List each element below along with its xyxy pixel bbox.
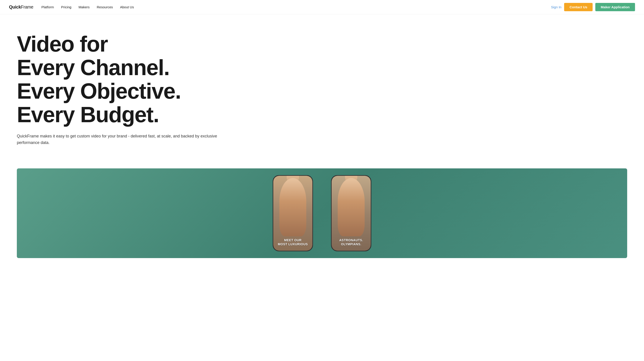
- person-body-2: [338, 178, 365, 236]
- person-silhouette-2: [332, 176, 371, 236]
- hero-line2: Every Channel.: [17, 55, 170, 80]
- nav-right: Sign In Contact Us Maker Application: [551, 3, 635, 11]
- navigation: QuickFrame Platform Pricing Makers Resou…: [0, 0, 644, 14]
- hero-line1: Video for: [17, 32, 108, 56]
- nav-resources[interactable]: Resources: [97, 5, 113, 9]
- maker-application-button[interactable]: Maker Application: [595, 3, 635, 11]
- logo[interactable]: QuickFrame: [9, 4, 33, 10]
- person-silhouette-1: [273, 176, 312, 236]
- nav-about[interactable]: About Us: [120, 5, 134, 9]
- logo-text: QuickFrame: [9, 4, 33, 9]
- hero-headline: Video for Every Channel. Every Objective…: [17, 32, 306, 126]
- sign-in-link[interactable]: Sign In: [551, 5, 562, 9]
- phone-mockup-2: ASTRONAUTS.OLYMPIANS.: [331, 175, 371, 251]
- person-body-1: [279, 178, 306, 236]
- phone-screen-1: MEET OURMOST LUXURIOUS: [273, 176, 312, 251]
- video-section: MEET OURMOST LUXURIOUS ASTRONAUTS.OLYMPI…: [17, 168, 627, 258]
- hero-line3: Every Objective.: [17, 79, 181, 103]
- nav-makers[interactable]: Makers: [78, 5, 90, 9]
- phone-mockup-1: MEET OURMOST LUXURIOUS: [273, 175, 313, 251]
- nav-links: Platform Pricing Makers Resources About …: [41, 5, 551, 9]
- hero-line4: Every Budget.: [17, 102, 159, 127]
- hero-subtext: QuickFrame makes it easy to get custom v…: [17, 133, 219, 146]
- nav-pricing[interactable]: Pricing: [61, 5, 71, 9]
- phone-text-1: MEET OURMOST LUXURIOUS: [278, 238, 308, 246]
- nav-platform[interactable]: Platform: [41, 5, 54, 9]
- hero-section: Video for Every Channel. Every Objective…: [0, 14, 323, 168]
- phone-screen-2: ASTRONAUTS.OLYMPIANS.: [332, 176, 371, 251]
- contact-us-button[interactable]: Contact Us: [564, 3, 592, 11]
- phone-text-2: ASTRONAUTS.OLYMPIANS.: [339, 238, 363, 246]
